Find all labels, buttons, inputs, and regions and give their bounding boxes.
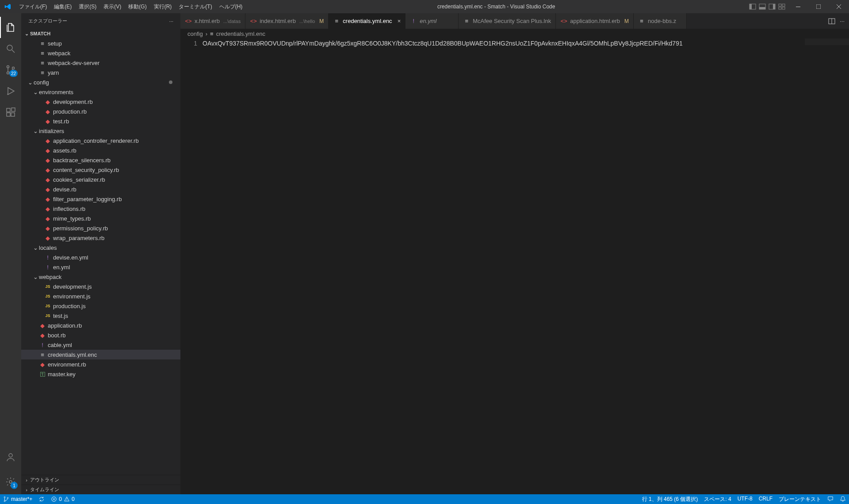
split-editor-icon[interactable] (828, 18, 835, 25)
tree-file[interactable]: ◆application.rb (21, 321, 180, 330)
tree-folder[interactable]: ⌄environments (21, 87, 180, 97)
tree-file[interactable]: ◆cookies_serializer.rb (21, 175, 180, 184)
tree-file[interactable]: JSenvironment.js (21, 291, 180, 301)
toggle-primary-sidebar-icon[interactable] (749, 3, 756, 10)
activity-settings[interactable]: 1 (0, 471, 21, 493)
maximize-button[interactable] (808, 0, 829, 13)
editor-tab[interactable]: <>x.html.erb...\datas (180, 13, 245, 29)
tree-file[interactable]: ≡setup (21, 38, 180, 48)
outline-section[interactable]: › アウトライン (21, 475, 180, 485)
tree-file[interactable]: ◆boot.rb (21, 330, 180, 340)
file-tree[interactable]: ≡setup≡webpack≡webpack-dev-server≡yarn⌄c… (21, 38, 180, 475)
tree-file[interactable]: ◆production.rb (21, 107, 180, 116)
activity-scm[interactable]: 22 (0, 59, 21, 80)
status-eol[interactable]: CRLF (756, 496, 776, 502)
tree-file[interactable]: ◆assets.rb (21, 145, 180, 155)
editor-tab[interactable]: <>index.html.erb...\helloM (245, 13, 329, 29)
tree-item-label: backtrace_silencers.rb (53, 157, 111, 164)
tree-file[interactable]: JSproduction.js (21, 301, 180, 311)
tree-file[interactable]: ◆test.rb (21, 116, 180, 126)
activity-extensions[interactable] (0, 102, 21, 123)
minimap[interactable] (805, 38, 849, 45)
menu-go[interactable]: 移動(G) (125, 0, 150, 13)
project-name: SMATCH (30, 31, 50, 36)
status-bell-icon[interactable] (837, 496, 849, 502)
tree-file[interactable]: ≡webpack-dev-server (21, 58, 180, 68)
timeline-section[interactable]: › タイムライン (21, 485, 180, 494)
generic-file-icon: ≡ (39, 60, 46, 66)
code-content[interactable]: OAvxQvT937SRmx9R0OVUDnp/rlPAYmDayghk/6gz… (203, 38, 849, 494)
activity-account[interactable] (0, 447, 21, 468)
menu-help[interactable]: ヘルプ(H) (216, 0, 246, 13)
menu-file[interactable]: ファイル(F) (15, 0, 50, 13)
menu-view[interactable]: 表示(V) (100, 0, 125, 13)
tree-file[interactable]: ≡credentials.yml.enc (21, 350, 180, 359)
menu-terminal[interactable]: ターミナル(T) (175, 0, 215, 13)
tree-file[interactable]: ≡webpack (21, 48, 180, 58)
activity-search[interactable] (0, 38, 21, 59)
status-encoding[interactable]: UTF-8 (734, 496, 756, 502)
minimize-button[interactable] (788, 0, 808, 13)
tree-file[interactable]: ◆backtrace_silencers.rb (21, 155, 180, 165)
editor-tab[interactable]: ≡node-bbs.z (634, 13, 687, 29)
toggle-panel-icon[interactable] (759, 3, 766, 10)
sidebar-more-icon[interactable]: ··· (169, 19, 173, 24)
editor-tab[interactable]: ≡McAfee Security Scan Plus.lnk (459, 13, 556, 29)
tree-file[interactable]: ◆content_security_policy.rb (21, 165, 180, 175)
code-editor[interactable]: 1 OAvxQvT937SRmx9R0OVUDnp/rlPAYmDayghk/6… (180, 38, 849, 494)
tree-folder[interactable]: ⌄locales (21, 243, 180, 252)
menu-run[interactable]: 実行(R) (150, 0, 176, 13)
tree-folder[interactable]: ⌄webpack (21, 272, 180, 282)
chevron-down-icon: ⌄ (32, 89, 39, 95)
close-button[interactable] (829, 0, 849, 13)
status-problems[interactable]: 0 0 (48, 496, 77, 502)
sidebar-project-header[interactable]: ⌄ SMATCH (21, 29, 180, 38)
ruby-file-icon: ◆ (44, 225, 51, 232)
toggle-secondary-sidebar-icon[interactable] (769, 3, 776, 10)
more-actions-icon[interactable]: ··· (840, 18, 845, 24)
tree-file[interactable]: ◆wrap_parameters.rb (21, 233, 180, 243)
activity-explorer[interactable] (0, 17, 21, 38)
customize-layout-icon[interactable] (778, 3, 785, 10)
ruby-file-icon: ◆ (44, 186, 51, 193)
status-language[interactable]: プレーンテキスト (776, 496, 824, 503)
tree-file[interactable]: !devise.en.yml (21, 252, 180, 262)
svg-rect-5 (773, 4, 775, 9)
status-feedback-icon[interactable] (824, 496, 837, 502)
tree-file[interactable]: JStest.js (21, 311, 180, 321)
tree-file[interactable]: ⚿master.key (21, 369, 180, 379)
tree-file[interactable]: JSdevelopment.js (21, 282, 180, 291)
tree-file[interactable]: ◆mime_types.rb (21, 214, 180, 223)
menu-edit[interactable]: 編集(E) (50, 0, 75, 13)
tree-file[interactable]: !en.yml (21, 262, 180, 272)
tree-file[interactable]: !cable.yml (21, 340, 180, 350)
tree-item-label: wrap_parameters.rb (53, 235, 104, 241)
editor-tab[interactable]: !en.yml (405, 13, 459, 29)
generic-file-icon: ≡ (39, 40, 46, 47)
breadcrumb-seg[interactable]: config (187, 31, 203, 37)
tree-file[interactable]: ◆devise.rb (21, 184, 180, 194)
outline-label: アウトライン (30, 477, 59, 483)
menu-selection[interactable]: 選択(S) (75, 0, 100, 13)
editor-tab[interactable]: ≡credentials.yml.enc× (329, 13, 405, 29)
status-spaces[interactable]: スペース: 4 (701, 496, 734, 503)
status-sync[interactable] (35, 496, 48, 502)
tree-file[interactable]: ◆inflections.rb (21, 204, 180, 214)
tree-file[interactable]: ◆environment.rb (21, 359, 180, 369)
tree-folder[interactable]: ⌄config (21, 77, 180, 87)
breadcrumb-seg[interactable]: credentials.yml.enc (216, 31, 265, 37)
activity-run[interactable] (0, 80, 21, 102)
status-branch[interactable]: master*+ (0, 496, 35, 502)
generic-file-icon: ≡ (39, 351, 46, 358)
editor-tab[interactable]: <>application.html.erbM (556, 13, 634, 29)
tree-folder[interactable]: ⌄initializers (21, 126, 180, 136)
tab-label: credentials.yml.enc (343, 18, 392, 24)
tree-file[interactable]: ◆application_controller_renderer.rb (21, 136, 180, 145)
tree-file[interactable]: ≡yarn (21, 68, 180, 77)
tree-file[interactable]: ◆development.rb (21, 97, 180, 107)
tab-close-icon[interactable]: × (398, 18, 401, 24)
tree-file[interactable]: ◆permissions_policy.rb (21, 223, 180, 233)
tree-file[interactable]: ◆filter_parameter_logging.rb (21, 194, 180, 204)
status-cursor[interactable]: 行 1、列 465 (6 個選択) (639, 496, 701, 503)
breadcrumb[interactable]: config ≡ credentials.yml.enc (180, 29, 849, 38)
